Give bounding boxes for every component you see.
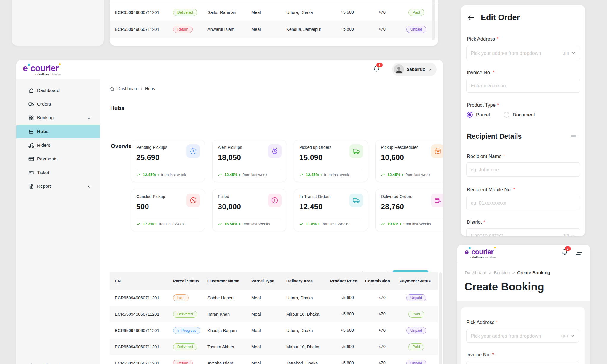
customer-name: Khadija Begum <box>207 328 251 333</box>
table-row[interactable]: ECR650949060711201DeliveredSaifur Rahman… <box>110 4 438 21</box>
district-dropdown[interactable]: gm <box>466 228 580 236</box>
pick-address-input[interactable] <box>470 50 561 56</box>
stat-card-pickup-rescheduled: Pickup Rescheduled10,60012.45% +from las… <box>375 140 443 182</box>
table-row[interactable]: ECR650949060711201In ProgressKhadija Beg… <box>110 322 438 339</box>
trend-icon <box>218 173 223 177</box>
delivery-area: Kendua, Jamalpur <box>286 27 330 32</box>
bike-icon <box>28 142 34 149</box>
stat-label: Cancled Pickup <box>136 194 165 199</box>
breadcrumb-item[interactable]: Dashboard <box>465 270 486 275</box>
invoice-input[interactable] <box>470 83 576 89</box>
parcel-status-cell: Delivered <box>173 343 207 350</box>
pick-address-dropdown[interactable]: gm <box>466 46 580 60</box>
field-label: District* <box>467 219 485 225</box>
table-row[interactable]: ECR650949060711201ReturnAyesha IslamMeal… <box>110 355 438 364</box>
breadcrumb-item-current[interactable]: Hubs <box>145 86 155 91</box>
status-badge: Late <box>173 294 189 301</box>
logo-dot <box>469 247 471 249</box>
sidebar-item-orders[interactable]: Orders <box>16 98 100 111</box>
commission: ৳70 <box>365 360 400 364</box>
product-price: ৳5,600 <box>330 10 365 15</box>
customer-name: Saifur Rahman <box>207 10 251 15</box>
stat-trend: 17.3% +from last Weeks <box>136 221 186 226</box>
sidebar-item-label: Ticket <box>37 170 49 175</box>
status-badge: Unpaid <box>406 294 427 301</box>
status-badge: Unpaid <box>406 26 427 33</box>
arrow-left-icon[interactable] <box>467 14 475 22</box>
table-row[interactable]: ECR650949060711201ReturnAnwarul IslamMea… <box>110 21 438 38</box>
recipient-details-title: Recipient Details <box>467 132 522 141</box>
ban-icon <box>189 197 197 204</box>
invoice-field[interactable] <box>466 79 580 93</box>
breadcrumb-item[interactable]: Booking <box>494 270 510 275</box>
sidebar-item-booking[interactable]: Booking <box>16 111 100 124</box>
notifications-button[interactable]: 1 <box>373 65 381 74</box>
gear-icon <box>28 363 34 364</box>
alarm-icon <box>271 147 279 155</box>
payment-status-cell: Paid <box>400 343 433 350</box>
cn-value: ECR650949060711201 <box>115 344 173 349</box>
sidebar-item-hubs[interactable]: Hubs <box>16 125 101 138</box>
radio-icon <box>467 112 473 118</box>
product-price: ৳5,600 <box>330 312 365 317</box>
sidebar-item-configuration[interactable]: Configuration <box>16 359 100 364</box>
sidebar-item-dashboard[interactable]: Dashboard <box>16 84 100 97</box>
sidebar-item-label: Riders <box>37 143 50 148</box>
recipient-name-input[interactable] <box>470 167 576 173</box>
column-header: Commission <box>365 279 400 283</box>
breadcrumb-item-current[interactable]: Create Booking <box>517 270 550 275</box>
district-input[interactable] <box>470 232 561 237</box>
stat-value: 500 <box>136 202 149 211</box>
sidebar-item-payments[interactable]: Payments <box>16 153 100 166</box>
sidebar-fragment-panel: FAQ <box>12 0 104 46</box>
divider <box>381 218 443 218</box>
status-badge: Unpaid <box>406 327 427 334</box>
radio-document[interactable]: Document <box>504 112 535 118</box>
breadcrumb: Dashboard / Hubs <box>110 86 155 91</box>
stat-icon-chip <box>186 194 200 207</box>
trend-icon <box>299 222 304 226</box>
stat-icon-chip <box>268 144 282 158</box>
table-row[interactable]: ECR650949060711201LateSabbir HosenMealUt… <box>110 290 438 306</box>
scrollbar[interactable] <box>432 0 435 40</box>
home-icon <box>110 86 115 91</box>
stat-trend: 16.54% +from last Weeks <box>218 221 270 226</box>
sidebar-item-ticket[interactable]: Ticket <box>16 166 100 179</box>
user-menu[interactable]: Sabbirux <box>392 63 437 76</box>
menu-icon[interactable] <box>575 250 583 258</box>
sidebar-item-report[interactable]: Report <box>16 180 100 193</box>
notifications-button[interactable]: 1 <box>561 248 569 257</box>
recipient-mobile-input[interactable] <box>470 200 576 206</box>
pick-address-dropdown[interactable]: gm <box>466 329 579 343</box>
pick-address-input[interactable] <box>470 333 560 339</box>
recipient-name-field[interactable] <box>466 162 580 177</box>
recipient-mobile-field[interactable] <box>466 196 580 210</box>
table-row[interactable]: ECR650949060711201DeliveredTasnim Akhter… <box>110 339 438 355</box>
stat-card-picked-up-orders: Picked up Orders15,09012.45% +from last … <box>294 140 368 182</box>
panel-title: Edit Order <box>481 13 520 22</box>
parcel-type: Meal <box>251 27 286 32</box>
stat-value: 28,760 <box>381 202 404 211</box>
sidebar-item-riders[interactable]: Riders <box>16 139 100 152</box>
parcel-status-cell: Delivered <box>173 9 207 16</box>
customer-name: Imran Khan <box>207 312 251 317</box>
field-label: Pick Address* <box>466 320 498 325</box>
invoice-field[interactable] <box>466 361 579 364</box>
collapse-section-button[interactable] <box>569 132 578 140</box>
status-badge: Paid <box>408 311 424 318</box>
stat-icon-chip <box>186 144 200 158</box>
breadcrumb-item[interactable]: Dashboard <box>117 86 138 91</box>
delivery-area: Uttora, Dhaka <box>286 328 330 333</box>
stat-label: Picked up Orders <box>299 145 331 150</box>
scrollbar[interactable] <box>439 272 442 364</box>
radio-parcel[interactable]: Parcel <box>467 112 490 118</box>
chev-icon <box>571 233 576 236</box>
product-price: ৳5,600 <box>330 27 365 32</box>
trend-icon <box>381 222 386 226</box>
table-row[interactable]: ECR650949060711201DeliveredImran KhanMea… <box>110 306 438 322</box>
stat-trend: 11.8% +from last Weeks <box>299 221 349 226</box>
stat-value: 25,690 <box>136 153 159 162</box>
status-badge: Paid <box>408 9 424 16</box>
logo-dot <box>28 64 30 66</box>
trend-icon <box>381 173 386 177</box>
